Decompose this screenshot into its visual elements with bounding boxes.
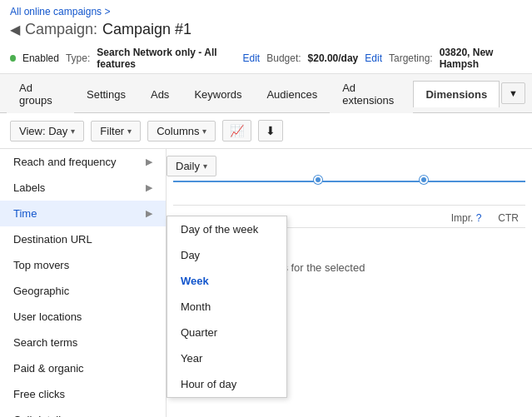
ctr-col: CTR xyxy=(498,212,519,224)
status-edit2[interactable]: Edit xyxy=(365,52,382,64)
status-type-key: Type: xyxy=(66,52,90,64)
submenu-day[interactable]: Day xyxy=(167,242,286,268)
status-targeting-key: Targeting: xyxy=(389,52,433,64)
tab-audiences[interactable]: Audiences xyxy=(254,81,330,107)
tab-ads[interactable]: Ads xyxy=(138,81,181,107)
breadcrumb-link[interactable]: All online campaigns > xyxy=(10,6,110,17)
campaign-title-bar: ◀ Campaign: Campaign #1 xyxy=(0,19,532,43)
impr-col: Impr. ? xyxy=(451,212,482,224)
submenu-week[interactable]: Week xyxy=(167,268,286,294)
menu-call-label: Call details xyxy=(13,414,67,417)
menu-dest-label: Destination URL xyxy=(13,233,92,246)
graph-area xyxy=(173,156,525,206)
impr-help[interactable]: ? xyxy=(476,212,482,224)
columns-label: Columns xyxy=(157,125,199,137)
tab-more-button[interactable]: ▼ xyxy=(501,82,525,104)
filter-label: Filter xyxy=(100,125,124,137)
submenu-hour-of-day[interactable]: Hour of day xyxy=(167,371,286,397)
menu-geo-label: Geographic xyxy=(13,285,69,297)
submenu-quarter[interactable]: Quarter xyxy=(167,320,286,345)
graph-line xyxy=(173,181,525,182)
menu-item-top-movers[interactable]: Top movers xyxy=(0,252,166,278)
toolbar: View: Day ▾ Filter ▾ Columns ▾ 📈 ⬇ xyxy=(0,113,532,149)
menu-user-label: User locations xyxy=(13,310,82,323)
impr-label: Impr. xyxy=(451,212,474,224)
daily-caret: ▾ xyxy=(203,161,207,171)
menu-time-arrow: ▶ xyxy=(146,208,152,219)
submenu-month[interactable]: Month xyxy=(167,294,286,320)
menu-reach-label: Reach and frequency xyxy=(13,156,117,168)
time-submenu: Day of the week Day Week Month Quarter Y… xyxy=(167,216,287,398)
status-budget-key: Budget: xyxy=(266,52,301,64)
columns-caret: ▾ xyxy=(202,127,206,136)
tab-keywords[interactable]: Keywords xyxy=(181,81,254,107)
download-icon[interactable]: ⬇ xyxy=(258,120,283,141)
submenu-year[interactable]: Year xyxy=(167,345,286,371)
menu-item-time[interactable]: Time ▶ xyxy=(0,201,166,226)
columns-dropdown[interactable]: Columns ▾ xyxy=(147,121,216,141)
menu-top-label: Top movers xyxy=(13,259,69,271)
daily-dropdown-button[interactable]: Daily ▾ xyxy=(167,156,216,176)
menu-labels-arrow: ▶ xyxy=(146,182,152,193)
menu-labels-label: Labels xyxy=(13,181,45,194)
campaign-name: Campaign #1 xyxy=(102,21,191,38)
filter-dropdown[interactable]: Filter ▾ xyxy=(91,121,141,141)
menu-paid-label: Paid & organic xyxy=(13,362,84,375)
view-day-caret: ▾ xyxy=(71,127,75,136)
status-enabled: Enabled xyxy=(22,52,59,64)
view-day-dropdown[interactable]: View: Day ▾ xyxy=(10,121,84,141)
menu-time-label: Time xyxy=(13,207,37,220)
status-budget-val: $20.00/day xyxy=(308,52,359,64)
tab-ad-groups[interactable]: Ad groups xyxy=(7,74,74,113)
menu-item-paid-organic[interactable]: Paid & organic xyxy=(0,355,166,381)
status-dot xyxy=(10,55,16,62)
menu-free-label: Free clicks xyxy=(13,388,65,400)
campaign-label: Campaign: xyxy=(25,21,97,38)
menu-item-destination-url[interactable]: Destination URL xyxy=(0,226,166,252)
tabs-bar: Ad groups Settings Ads Keywords Audience… xyxy=(0,74,532,113)
chart-icon[interactable]: 📈 xyxy=(222,120,251,141)
tab-settings[interactable]: Settings xyxy=(74,81,138,107)
graph-dot-2 xyxy=(420,176,428,184)
menu-item-reach[interactable]: Reach and frequency ▶ xyxy=(0,149,166,175)
status-edit1[interactable]: Edit xyxy=(243,52,261,64)
menu-reach-arrow: ▶ xyxy=(146,156,152,167)
daily-dropdown-area: Daily ▾ xyxy=(167,156,216,176)
menu-item-labels[interactable]: Labels ▶ xyxy=(0,175,166,201)
menu-item-free-clicks[interactable]: Free clicks xyxy=(0,381,166,407)
menu-item-user-locations[interactable]: User locations xyxy=(0,304,166,330)
main-area: Reach and frequency ▶ Labels ▶ Time ▶ De… xyxy=(0,149,532,417)
submenu-day-of-week[interactable]: Day of the week xyxy=(167,216,286,242)
status-bar: Enabled Type: Search Network only - All … xyxy=(0,43,532,74)
tab-ad-extensions[interactable]: Ad extensions xyxy=(330,74,413,113)
menu-item-call-details[interactable]: Call details xyxy=(0,407,166,417)
left-menu: Reach and frequency ▶ Labels ▶ Time ▶ De… xyxy=(0,149,167,417)
filter-caret: ▾ xyxy=(127,127,132,136)
breadcrumb-bar: All online campaigns > xyxy=(0,0,532,19)
menu-item-geographic[interactable]: Geographic xyxy=(0,278,166,304)
view-day-label: View: Day xyxy=(19,125,67,137)
status-targeting-val: 03820, New Hampsh xyxy=(440,47,522,70)
tab-dimensions[interactable]: Dimensions xyxy=(413,81,500,107)
menu-item-search-terms[interactable]: Search terms xyxy=(0,330,166,355)
graph-dot-1 xyxy=(314,176,322,184)
back-arrow[interactable]: ◀ xyxy=(10,22,20,37)
menu-search-label: Search terms xyxy=(13,336,77,349)
daily-label: Daily xyxy=(176,160,200,172)
status-type-val: Search Network only - All features xyxy=(97,47,236,70)
